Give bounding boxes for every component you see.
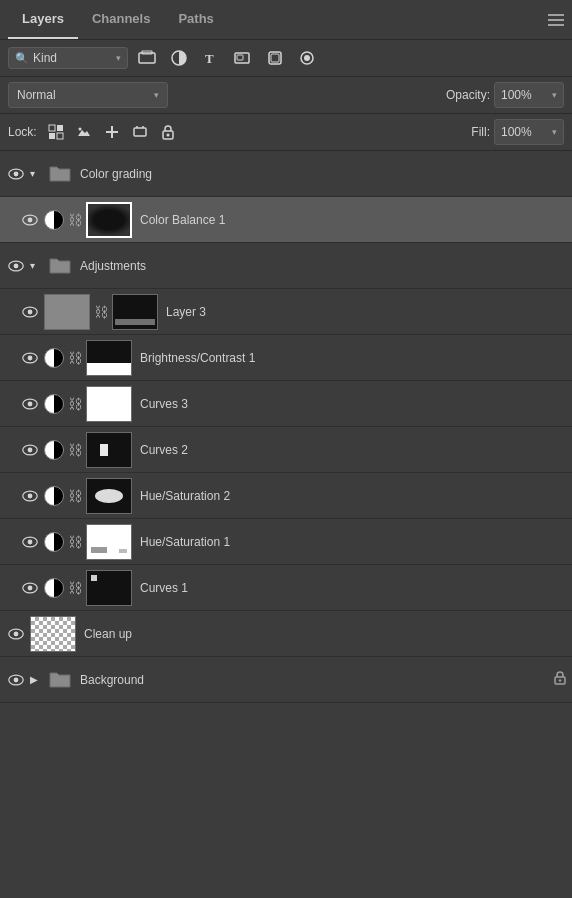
kind-dropdown[interactable]: 🔍 Kind ▾ (8, 47, 128, 69)
layer-name: Hue/Saturation 1 (140, 535, 566, 549)
layer-name: Clean up (84, 627, 566, 641)
visibility-toggle[interactable] (6, 164, 26, 184)
panel-menu-icon[interactable] (548, 14, 564, 26)
chain-link-icon[interactable]: ⛓ (94, 304, 108, 320)
visibility-toggle[interactable] (20, 210, 40, 230)
fill-input[interactable]: 100% ▾ (494, 119, 564, 145)
opacity-input[interactable]: 100% ▾ (494, 82, 564, 108)
expand-chevron-icon[interactable]: ▶ (30, 674, 44, 685)
visibility-toggle[interactable] (6, 256, 26, 276)
svg-rect-12 (49, 133, 55, 139)
chain-link-icon[interactable]: ⛓ (68, 442, 82, 458)
svg-point-39 (28, 539, 33, 544)
layer-mask-thumbnail (86, 478, 132, 514)
layer-row[interactable]: ⛓ Hue/Saturation 2 (0, 473, 572, 519)
visibility-toggle[interactable] (6, 624, 26, 644)
layer-row[interactable]: ⛓ Layer 3 (0, 289, 572, 335)
adjustment-icon (44, 394, 64, 414)
layer-name: Curves 3 (140, 397, 566, 411)
filter-adjustment-icon[interactable] (166, 45, 192, 71)
layer-row[interactable]: ▶ Background (0, 657, 572, 703)
blend-chevron-icon: ▾ (154, 90, 159, 100)
tab-paths[interactable]: Paths (164, 0, 227, 39)
visibility-toggle[interactable] (20, 302, 40, 322)
layer-row[interactable]: ⛓ Hue/Saturation 1 (0, 519, 572, 565)
visibility-toggle[interactable] (20, 348, 40, 368)
layer-row[interactable]: ⛓ Curves 1 (0, 565, 572, 611)
filter-effect-icon[interactable] (294, 45, 320, 71)
lock-label: Lock: (8, 125, 37, 139)
opacity-group: Opacity: 100% ▾ (446, 82, 564, 108)
svg-point-27 (14, 263, 19, 268)
lock-position-icon[interactable] (101, 121, 123, 143)
layer-mask-thumbnail (112, 294, 158, 330)
layer-mask-thumbnail (86, 340, 132, 376)
svg-point-45 (14, 677, 19, 682)
svg-point-25 (28, 217, 33, 222)
layer-name: Hue/Saturation 2 (140, 489, 566, 503)
layer-name: Color grading (80, 167, 566, 181)
svg-rect-5 (237, 55, 243, 60)
layer-row[interactable]: ▾ Adjustments (0, 243, 572, 289)
lock-artboard-icon[interactable] (129, 121, 151, 143)
expand-chevron-icon[interactable]: ▾ (30, 260, 44, 271)
svg-rect-10 (49, 125, 55, 131)
svg-rect-7 (271, 54, 279, 62)
chain-link-icon[interactable]: ⛓ (68, 488, 82, 504)
expand-chevron-icon[interactable]: ▾ (30, 168, 44, 179)
chain-link-icon[interactable]: ⛓ (68, 534, 82, 550)
opacity-label: Opacity: (446, 88, 490, 102)
svg-rect-13 (57, 125, 63, 131)
layer-name: Curves 2 (140, 443, 566, 457)
tabs-bar: Layers Channels Paths (0, 0, 572, 40)
lock-transparent-icon[interactable] (45, 121, 67, 143)
filter-toolbar: 🔍 Kind ▾ T (0, 40, 572, 77)
layer-row[interactable]: ⛓ Color Balance 1 (0, 197, 572, 243)
layer-row[interactable]: ▾ Color grading (0, 151, 572, 197)
layers-list: ▾ Color grading ⛓ Color Balance 1 (0, 151, 572, 703)
lock-pixels-icon[interactable] (73, 121, 95, 143)
adjustment-icon (44, 578, 64, 598)
filter-shape-icon[interactable] (230, 45, 256, 71)
opacity-chevron-icon: ▾ (552, 90, 557, 100)
svg-point-47 (559, 679, 561, 681)
layer-mask-thumbnail (86, 524, 132, 560)
blend-mode-dropdown[interactable]: Normal ▾ (8, 82, 168, 108)
svg-point-37 (28, 493, 33, 498)
layer-row[interactable]: Clean up (0, 611, 572, 657)
chain-link-icon[interactable]: ⛓ (68, 212, 82, 228)
lock-all-icon[interactable] (157, 121, 179, 143)
adjustment-icon (44, 486, 64, 506)
layer-name: Adjustments (80, 259, 566, 273)
layer-thumbnail (44, 294, 90, 330)
layer-row[interactable]: ⛓ Curves 3 (0, 381, 572, 427)
visibility-toggle[interactable] (6, 670, 26, 690)
blend-mode-value: Normal (17, 88, 56, 102)
visibility-toggle[interactable] (20, 532, 40, 552)
visibility-toggle[interactable] (20, 486, 40, 506)
visibility-toggle[interactable] (20, 440, 40, 460)
blend-mode-row: Normal ▾ Opacity: 100% ▾ (0, 77, 572, 114)
chain-link-icon[interactable]: ⛓ (68, 350, 82, 366)
layer-row[interactable]: ⛓ Curves 2 (0, 427, 572, 473)
tab-layers[interactable]: Layers (8, 0, 78, 39)
filter-pixel-icon[interactable] (134, 45, 160, 71)
layer-row[interactable]: ⛓ Brightness/Contrast 1 (0, 335, 572, 381)
visibility-toggle[interactable] (20, 578, 40, 598)
layer-name: Background (80, 673, 550, 687)
svg-rect-17 (134, 128, 146, 136)
folder-icon (48, 164, 72, 184)
filter-smart-icon[interactable] (262, 45, 288, 71)
adjustment-icon (44, 440, 64, 460)
layer-mask-thumbnail (86, 432, 132, 468)
chain-link-icon[interactable]: ⛓ (68, 396, 82, 412)
search-icon: 🔍 (15, 52, 29, 65)
layer-thumbnail (86, 202, 132, 238)
filter-type-icon[interactable]: T (198, 45, 224, 71)
visibility-toggle[interactable] (20, 394, 40, 414)
layer-name: Layer 3 (166, 305, 566, 319)
tab-channels[interactable]: Channels (78, 0, 165, 39)
chain-link-icon[interactable]: ⛓ (68, 580, 82, 596)
folder-icon (48, 670, 72, 690)
lock-row: Lock: (0, 114, 572, 151)
